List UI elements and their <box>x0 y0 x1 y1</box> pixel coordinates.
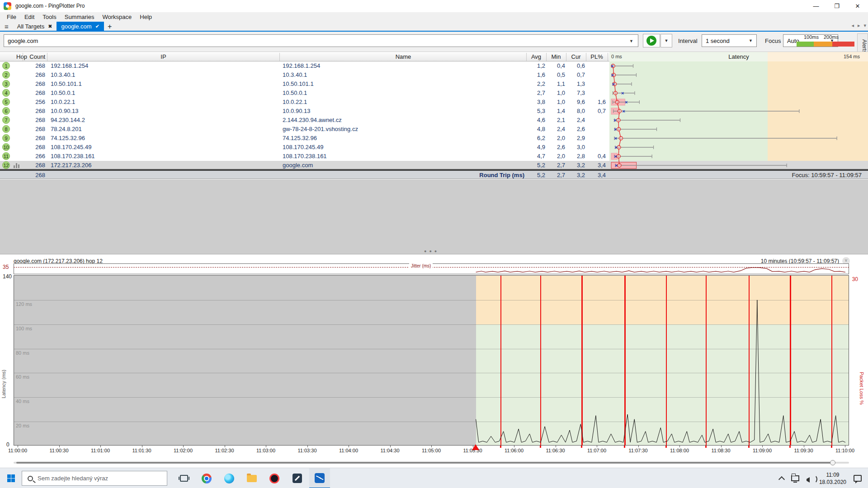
task-view-button[interactable] <box>174 468 194 488</box>
tab-scroll-arrows[interactable]: ◂▸▾ <box>851 23 866 28</box>
cell-name: 10.0.22.1 <box>283 99 307 105</box>
search-icon <box>28 476 33 481</box>
column-header-min[interactable]: Min <box>547 53 565 60</box>
menu-item-file[interactable]: File <box>3 13 20 21</box>
taskbar-app-editor[interactable] <box>287 468 307 488</box>
maximize-button[interactable]: ❐ <box>826 0 847 12</box>
taskbar-app-file-explorer[interactable] <box>241 468 262 488</box>
cell-avg: 5,3 <box>527 108 545 114</box>
start-trace-button[interactable] <box>643 34 660 47</box>
focus-start-marker-icon[interactable] <box>472 444 479 450</box>
cell-count: 268 <box>24 117 45 123</box>
time-tick-label: 11:06:30 <box>546 448 565 453</box>
hop-number-badge: 7 <box>2 116 10 124</box>
time-tick-label: 11:09:00 <box>753 448 772 453</box>
panel-splitter-handle[interactable]: ●●● <box>424 249 439 253</box>
legend-100ms-label: 100ms <box>804 34 819 40</box>
tab-close-icon[interactable]: ✖ <box>48 23 52 29</box>
time-tick <box>225 446 225 447</box>
header-separator <box>546 53 547 61</box>
cell-ip: 10.0.90.13 <box>51 108 78 114</box>
target-input[interactable] <box>4 34 638 47</box>
cell-name: 10.50.0.1 <box>283 89 307 96</box>
packet-loss-tick <box>665 446 667 448</box>
start-button[interactable] <box>0 468 22 488</box>
time-tick-label: 11:03:30 <box>297 448 316 453</box>
taskbar-app-opera[interactable] <box>264 468 285 488</box>
tab-google-com[interactable]: google.com✔ <box>57 22 104 31</box>
network-icon[interactable] <box>791 475 799 481</box>
hamburger-icon[interactable]: ≡ <box>0 23 13 31</box>
column-header-name[interactable]: Name <box>279 53 527 60</box>
taskbar-app-edge[interactable] <box>219 468 240 488</box>
windows-taskbar: Sem zadejte hledaný výraz 11:09 18.03.20… <box>0 468 868 488</box>
menu-item-edit[interactable]: Edit <box>20 13 38 21</box>
column-header-avg[interactable]: Avg <box>527 53 545 60</box>
cell-min: 2,6 <box>547 144 565 150</box>
svg-text:×: × <box>614 127 617 132</box>
tab-all-targets[interactable]: All Targets✖ <box>13 22 57 31</box>
jitter-axis-max-label: 35 <box>3 264 9 270</box>
column-header-count[interactable]: Count <box>24 53 45 60</box>
time-tick-label: 11:08:30 <box>711 448 730 453</box>
header-separator <box>526 53 527 61</box>
cell-ip: 94.230.144.2 <box>51 117 85 123</box>
close-button[interactable]: ✕ <box>847 0 868 12</box>
interval-value: 1 second <box>706 38 730 44</box>
cell-cur: 3,2 <box>567 162 585 169</box>
taskbar-app-pingplotter-active[interactable] <box>309 468 330 488</box>
cell-name: 74.125.32.96 <box>283 135 317 141</box>
time-tick-label: 11:04:30 <box>380 448 399 453</box>
time-tick <box>183 446 184 447</box>
tab-nav-arrow-1[interactable]: ▸ <box>858 23 860 28</box>
menu-item-summaries[interactable]: Summaries <box>61 13 99 21</box>
column-header-pl[interactable]: PL% <box>587 53 607 60</box>
new-tab-button[interactable]: + <box>104 23 115 31</box>
cell-name: 2.144.230.94.awnet.cz <box>283 117 342 123</box>
cell-min: 2,4 <box>547 126 565 132</box>
hop-number-badge: 1 <box>2 62 10 70</box>
hop-number-badge: 11 <box>2 152 10 160</box>
cell-name: 10.0.90.13 <box>283 108 310 114</box>
interval-select[interactable]: 1 second▼ <box>702 34 757 47</box>
cell-name: 108.170.245.49 <box>283 144 323 150</box>
tab-check-icon[interactable]: ✔ <box>95 23 99 29</box>
cell-cur: 3,0 <box>567 144 585 150</box>
time-tick-label: 11:00:00 <box>8 448 27 453</box>
scrollbar-thumb[interactable] <box>16 462 833 464</box>
hop-number-badge: 10 <box>2 143 10 151</box>
time-tick <box>638 446 639 447</box>
scrollbar-knob[interactable] <box>830 460 835 465</box>
timeline-plot-area[interactable]: 120 ms100 ms80 ms60 ms40 ms20 ms <box>14 275 849 446</box>
volume-icon[interactable] <box>807 476 811 481</box>
menu-item-workspace[interactable]: Workspace <box>98 13 136 21</box>
tab-nav-arrow-2[interactable]: ▾ <box>863 23 866 28</box>
svg-text:×: × <box>615 163 618 168</box>
menu-item-help[interactable]: Help <box>136 13 156 21</box>
svg-text:×: × <box>614 136 617 141</box>
taskbar-clock[interactable]: 11:09 18.03.2020 <box>819 471 846 486</box>
empty-panel-area <box>0 179 868 254</box>
latency-axis-title: Latency (ms) <box>1 370 6 399</box>
cell-avg: 3,8 <box>527 99 545 105</box>
menu-item-tools[interactable]: Tools <box>38 13 60 21</box>
chevron-down-icon: ▼ <box>749 38 753 43</box>
column-header-cur[interactable]: Cur <box>567 53 585 60</box>
latency-column-header[interactable]: 0 ms Latency 154 ms <box>609 52 868 61</box>
cell-avg: 2,2 <box>527 80 545 87</box>
hidden-icons-chevron-icon[interactable] <box>778 475 785 482</box>
taskbar-search-box[interactable]: Sem zadejte hledaný výraz <box>22 471 167 486</box>
action-center-icon[interactable] <box>854 475 862 482</box>
edge-icon <box>224 474 234 483</box>
cell-cur: 8,0 <box>567 108 585 114</box>
header-separator <box>566 53 566 61</box>
start-options-dropdown[interactable]: ▼ <box>660 34 672 47</box>
minimize-button[interactable]: — <box>806 0 826 12</box>
target-dropdown-arrow-icon[interactable]: ▼ <box>629 39 633 43</box>
tab-nav-arrow-0[interactable]: ◂ <box>851 23 854 28</box>
cell-avg: 2,7 <box>527 89 545 96</box>
cell-name: 10.50.101.1 <box>283 80 314 87</box>
time-tick <box>307 446 308 447</box>
column-header-ip[interactable]: IP <box>47 53 279 60</box>
taskbar-app-chrome[interactable] <box>196 468 217 488</box>
